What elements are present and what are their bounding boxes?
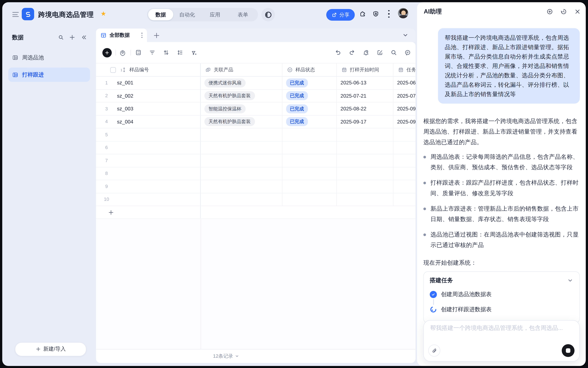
cell-sample-id[interactable]: sz_002	[117, 93, 133, 99]
bullet-dot	[423, 233, 426, 236]
more-menu-icon[interactable]	[388, 10, 390, 18]
cell-status-pill[interactable]: 已完成	[286, 104, 308, 113]
cell-product-pill[interactable]: 天然有机护肤品套装	[205, 117, 255, 126]
filter-icon[interactable]	[149, 49, 156, 56]
select-all-checkbox[interactable]	[110, 67, 116, 73]
view-options-icon[interactable]	[142, 33, 143, 38]
row-number: 10	[96, 197, 117, 202]
table-row[interactable]: 1sz_001 便携式迷你风扇 已完成 2025-06-13 2025-06	[96, 76, 416, 90]
table-header-row: 1 样品编号 关联产品 样品状态 打样开始时间 任务	[96, 63, 416, 76]
cell-start-date[interactable]: 2025-09-17	[340, 119, 366, 124]
column-header-start-date[interactable]: 打样开始时间	[337, 64, 393, 76]
column-header-task[interactable]: 任务	[393, 64, 416, 76]
undo-icon[interactable]	[334, 49, 341, 56]
cell-task-date[interactable]: 2025-09	[397, 119, 416, 124]
bullet-text: 选品池已通过视图：在周选品池表中创建筛选视图，只显示已通过审核的产品	[430, 230, 580, 250]
view-list-chevron-icon[interactable]	[402, 32, 409, 39]
view-tab-all-data[interactable]: 全部数据	[96, 28, 147, 42]
tab-forms[interactable]: 表单	[229, 9, 257, 20]
cell-status-pill[interactable]: 已完成	[286, 91, 308, 100]
table-row-empty[interactable]: 8	[96, 167, 416, 180]
add-record-button[interactable]	[102, 48, 112, 57]
sidebar-item-label: 周选品池	[22, 54, 44, 61]
cell-sample-id[interactable]: sz_001	[117, 80, 133, 86]
cell-status-pill[interactable]: 已完成	[286, 78, 308, 87]
row-height-icon[interactable]	[177, 49, 184, 56]
top-bar: 跨境电商选品管理 ★ 数据 自动化 应用 表单 分享	[2, 2, 417, 27]
stop-generating-button[interactable]	[562, 344, 575, 357]
app-logo[interactable]	[22, 8, 34, 20]
cell-task-date[interactable]: 2025-07	[397, 93, 416, 99]
attach-button[interactable]	[428, 345, 440, 357]
cell-start-date[interactable]: 2025-08-22	[340, 106, 366, 111]
column-label: 关联产品	[214, 66, 233, 73]
cell-product-pill[interactable]: 便携式迷你风扇	[205, 78, 246, 87]
cell-task-date[interactable]: 2025-06	[397, 80, 416, 86]
table-row-empty[interactable]: 6	[96, 141, 416, 154]
bullet-text: 新品上市跟进表：管理新品上市后的销售数据，包含上市日期、销量数据、库存状态、销售…	[430, 203, 580, 224]
table-row[interactable]: 3sz_003 智能温控保温杯 已完成 2025-08-22 2025-09	[96, 102, 416, 115]
cell-start-date[interactable]: 2025-07-21	[340, 93, 366, 99]
sidebar-collapse-icon[interactable]	[81, 34, 87, 41]
cell-product-pill[interactable]: 天然有机护肤品套装	[205, 91, 255, 100]
sidebar-item-sampling[interactable]: 打样跟进	[8, 67, 90, 82]
add-row-button[interactable]	[96, 206, 416, 219]
cell-task-date[interactable]: 2025-09	[397, 106, 416, 111]
cell-status-pill[interactable]: 已完成	[286, 117, 308, 126]
table-row-empty[interactable]: 9	[96, 180, 416, 193]
tab-automation[interactable]: 自动化	[173, 9, 201, 20]
shield-lock-icon[interactable]	[372, 10, 379, 17]
edit-form-icon[interactable]	[376, 49, 383, 56]
share-button[interactable]: 分享	[326, 9, 355, 20]
sidebar-search-icon[interactable]	[58, 34, 64, 41]
column-label: 样品编号	[129, 66, 149, 73]
theme-toggle-icon[interactable]	[261, 8, 275, 21]
column-header-linked-product[interactable]: 关联产品	[201, 64, 282, 76]
ai-input-field[interactable]	[429, 324, 575, 332]
ai-input-box[interactable]	[423, 320, 580, 361]
table-row-empty[interactable]: 5	[96, 128, 416, 141]
sidebar-add-icon[interactable]	[69, 34, 75, 41]
add-view-icon[interactable]	[153, 32, 160, 39]
new-chat-icon[interactable]	[546, 8, 553, 15]
user-avatar[interactable]	[397, 8, 409, 19]
fill-color-icon[interactable]	[191, 49, 197, 56]
view-tab-label: 全部数据	[109, 32, 130, 39]
record-count-chevron-icon	[235, 354, 239, 358]
table-row-empty[interactable]: 10	[96, 193, 416, 206]
new-import-button[interactable]: 新建/导入	[15, 342, 86, 356]
sidebar-item-weekly-pool[interactable]: 周选品池	[8, 50, 90, 64]
fields-config-icon[interactable]	[135, 49, 142, 56]
cell-product-pill[interactable]: 智能温控保温杯	[205, 104, 246, 113]
favorite-star-icon[interactable]: ★	[100, 10, 106, 18]
hamburger-menu-icon[interactable]	[12, 12, 19, 17]
record-count[interactable]: 12条记录	[213, 353, 239, 359]
sort-icon[interactable]	[163, 49, 169, 56]
comment-icon[interactable]	[404, 49, 411, 56]
table-empty-area	[96, 219, 416, 349]
cell-sample-id[interactable]: sz_004	[117, 119, 133, 124]
extensions-puzzle-icon[interactable]	[359, 10, 366, 17]
row-number: 1	[96, 80, 117, 85]
table-row[interactable]: 4sz_004 天然有机护肤品套装 已完成 2025-09-17 2025-09	[96, 115, 416, 128]
tab-data[interactable]: 数据	[148, 9, 173, 20]
list-item: 打样跟进表：跟踪产品打样进度，包含样品状态、打样时间、质量评估、修改意见等字段	[423, 177, 580, 199]
row-number: 3	[96, 106, 117, 111]
redo-icon[interactable]	[349, 49, 356, 56]
settings-gear-icon[interactable]	[119, 49, 126, 56]
close-icon[interactable]	[574, 8, 581, 15]
table-icon	[12, 54, 18, 61]
table-row-empty[interactable]: 7	[96, 154, 416, 167]
column-header-sample-id[interactable]: 1 样品编号	[96, 64, 201, 76]
search-icon[interactable]	[390, 49, 397, 56]
cell-start-date[interactable]: 2025-06-13	[340, 80, 366, 86]
app-window: 跨境电商选品管理 ★ 数据 自动化 应用 表单 分享 数据	[2, 2, 586, 366]
column-header-sample-status[interactable]: 样品状态	[282, 64, 337, 76]
history-icon[interactable]	[560, 8, 567, 15]
row-number: 4	[96, 119, 117, 124]
tab-apps[interactable]: 应用	[201, 9, 229, 20]
table-row[interactable]: 2sz_002 天然有机护肤品套装 已完成 2025-07-21 2025-07	[96, 90, 416, 102]
collapse-chevron-icon[interactable]	[567, 277, 573, 284]
cell-sample-id[interactable]: sz_003	[117, 106, 133, 111]
reminder-bell-icon[interactable]	[363, 49, 369, 56]
